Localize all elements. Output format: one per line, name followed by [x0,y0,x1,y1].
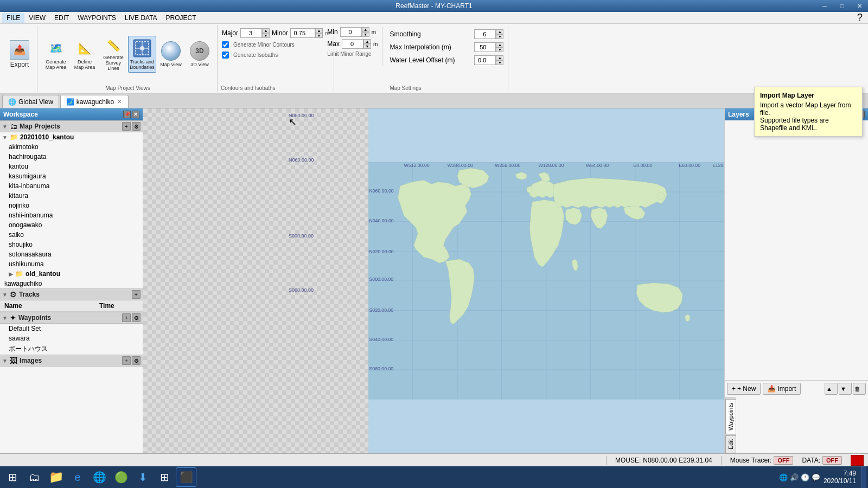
layer-up-button[interactable]: ▲ [825,383,838,395]
minor-input[interactable]: ▲ ▼ [290,28,323,38]
export-button[interactable]: 📤 Export [5,36,34,73]
mouse-tracer-toggle[interactable]: OFF [774,456,793,465]
layer-down-button[interactable]: ▼ [839,383,852,395]
menu-edit[interactable]: EDIT [50,13,73,23]
major-up[interactable]: ▲ [262,28,270,33]
generate-minor-checkbox[interactable] [222,41,229,48]
new-layer-button[interactable]: + + New [727,383,761,395]
item-saiko[interactable]: saiko [0,230,143,240]
major-input[interactable]: ▲ ▼ [240,28,270,38]
water-level-up[interactable]: ▲ [496,55,503,60]
map-area[interactable]: ↖ [143,108,724,453]
item-kitaura[interactable]: kitaura [0,191,143,201]
menu-waypoints[interactable]: WAYPOINTS [73,13,120,23]
major-value-input[interactable] [240,28,262,38]
project-20201010-kantou[interactable]: ▼ 📁 20201010_kantou [0,132,143,142]
menu-live-data[interactable]: LIVE DATA [120,13,162,23]
item-kasumigaura[interactable]: kasumigaura [0,171,143,181]
tab-close-icon[interactable]: ✕ [116,99,123,105]
data-toggle[interactable]: OFF [822,456,842,465]
min-value-input[interactable] [340,27,362,37]
max-interp-up[interactable]: ▲ [496,42,503,47]
mouse-label: MOUSE: [615,457,641,464]
min-up[interactable]: ▲ [362,27,369,32]
menu-file[interactable]: FILE [2,13,24,23]
water-level-down[interactable]: ▼ [496,60,503,65]
item-sotonasakaura[interactable]: sotonasakaura [0,249,143,259]
menu-project[interactable]: PROJECT [162,13,201,23]
workspace-pin[interactable]: 📌 [123,111,131,118]
images-section-header[interactable]: ▼ 🖼 Images + ⚙ [0,355,143,367]
minor-down[interactable]: ▼ [315,33,323,38]
define-map-area-button[interactable]: 📐 Define Map Area [71,36,99,73]
tab-kawaguchiko[interactable]: 🗾 kawaguchiko ✕ [60,95,129,108]
tracks-section-header[interactable]: ▼ ⚙ Tracks + [0,288,143,300]
tab-global-view[interactable]: 🌐 Global View [2,95,59,108]
max-interp-down[interactable]: ▼ [496,47,503,52]
edge-btn[interactable]: e [67,467,88,487]
item-boathouse[interactable]: ボートハウス [0,343,143,355]
max-down[interactable]: ▼ [363,44,371,49]
min-down[interactable]: ▼ [362,32,369,37]
task-view-button[interactable]: 🗂 [24,467,44,487]
item-kantou[interactable]: kantou [0,162,143,171]
item-kawaguchiko[interactable]: kawaguchiko [0,279,143,288]
tracks-boundaries-button[interactable]: Tracks and Boundaries [128,36,156,73]
windows-btn[interactable]: ⊞ [154,467,175,487]
map-projects-add-btn[interactable]: + [122,122,131,131]
close-button[interactable]: ✕ [851,0,868,12]
item-kita-inbanuma[interactable]: kita-inbanuma [0,181,143,191]
max-interpolation-input[interactable] [474,42,496,52]
item-default-set[interactable]: Default Set [0,324,143,333]
subfolder-old-kantou[interactable]: ▶ 📁 old_kantou [0,269,143,279]
right-tab-edit[interactable]: Edit [725,435,736,453]
item-onogawako[interactable]: onogawako [0,220,143,230]
app-btn[interactable]: ⬛ [176,467,196,487]
import-layer-button[interactable]: 📥 Import [763,383,801,395]
item-sawara[interactable]: sawara [0,333,143,343]
images-config-btn[interactable]: ⚙ [132,356,141,365]
chrome-btn[interactable]: 🟢 [111,467,131,487]
show-desktop-btn[interactable] [861,466,866,488]
right-tab-waypoints[interactable]: Waypoints [725,399,736,434]
survey-lines-button[interactable]: 📏 Generate Survey Lines [99,36,127,73]
images-add-btn[interactable]: + [122,356,131,365]
start-button[interactable]: ⊞ [2,467,23,487]
minimize-button[interactable]: ─ [816,0,833,12]
tracks-add-btn[interactable]: + [132,290,141,299]
major-down[interactable]: ▼ [262,33,270,38]
map-view-button[interactable]: Map View [157,36,185,73]
waypoints-config-btn[interactable]: ⚙ [132,313,141,322]
map-projects-config-btn[interactable]: ⚙ [132,122,141,131]
max-up[interactable]: ▲ [363,39,371,44]
generate-isobaths-checkbox[interactable] [222,52,229,59]
help-icon[interactable]: ? [854,12,866,23]
download-btn[interactable]: ⬇ [132,467,153,487]
minor-value-input[interactable] [290,28,315,38]
item-shoujiko[interactable]: shoujiko [0,240,143,249]
menu-view[interactable]: VIEW [24,13,50,23]
waypoints-section-header[interactable]: ▼ ✦ Waypoints + ⚙ [0,312,143,324]
item-hachirougata[interactable]: hachirougata [0,152,143,162]
layer-delete-button[interactable]: 🗑 [853,383,866,395]
item-nojiriko[interactable]: nojiriko [0,201,143,210]
minor-up[interactable]: ▲ [315,28,323,33]
smoothing-input[interactable] [474,29,496,39]
smoothing-down[interactable]: ▼ [496,34,503,39]
record-button[interactable] [851,455,864,466]
item-akimotoko[interactable]: akimotoko [0,142,143,152]
workspace-close[interactable]: ✕ [132,111,139,118]
maximize-button[interactable]: □ [833,0,851,12]
map-projects-section-header[interactable]: ▼ 🗂 Map Projects + ⚙ [0,120,143,132]
item-nshii-inbanuma[interactable]: nshii-inbanuma [0,210,143,220]
file-explorer-btn[interactable]: 📁 [46,467,66,487]
waypoints-add-btn[interactable]: + [122,313,131,322]
smoothing-up[interactable]: ▲ [496,29,503,34]
water-level-input[interactable] [474,55,496,65]
item-ushikunuma[interactable]: ushikunuma [0,259,143,269]
generate-map-area-button[interactable]: 🗺️ Generate Map Area [42,36,70,73]
max-value-input[interactable] [342,39,363,49]
ie-btn[interactable]: 🌐 [89,467,110,487]
export-group: 📤 Export [2,25,37,92]
3d-view-button[interactable]: 3D 3D View [186,36,214,73]
